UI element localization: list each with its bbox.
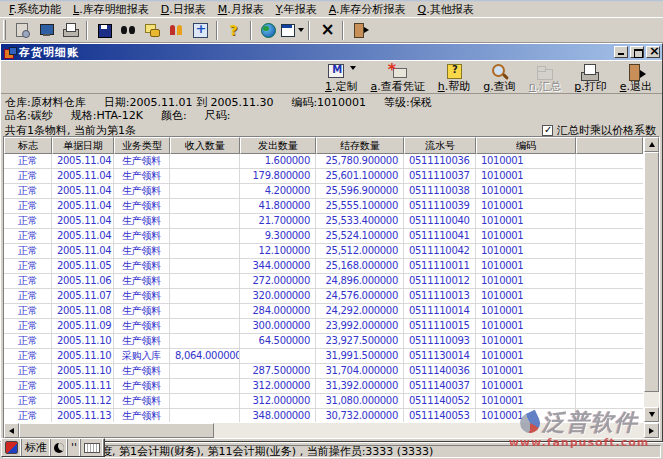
menu-item-F[interactable]: F.系统功能 (3, 2, 67, 17)
info-segment: 等级:保税 (384, 96, 432, 109)
close-button[interactable] (646, 46, 660, 58)
cell: 30,732.000000 (316, 409, 404, 422)
column-header-8[interactable]: 编码 (476, 137, 576, 154)
vertical-scroll-track[interactable] (644, 392, 659, 407)
view-voucher-icon-row (388, 62, 408, 81)
cell: 25,555.100000 (316, 199, 404, 214)
window-button[interactable] (280, 19, 304, 41)
table-row[interactable]: 正常2005.11.06生产领料272.00000024,896.0000000… (4, 274, 643, 289)
record-info: 仓库:原材料仓库日期:2005.11.01 到 2005.11.30编码:101… (1, 94, 662, 136)
exit-button[interactable] (348, 19, 372, 41)
window-titlebar[interactable]: 存货明细账 (1, 44, 662, 60)
view-voucher-button[interactable]: a.查看凭证 (371, 62, 425, 92)
find-button[interactable] (116, 19, 140, 41)
ime-fullhalf-button[interactable] (51, 439, 68, 456)
cell: 0511140037 (404, 379, 476, 394)
save-button[interactable] (92, 19, 116, 41)
column-header-1[interactable]: 标志 (4, 137, 52, 154)
ime-toolbar[interactable]: 标准 '' (1, 438, 105, 457)
computer-button[interactable] (34, 19, 58, 41)
table-header: 标志单据日期业务类型收入数量发出数量结存数量流水号编码 (4, 137, 643, 154)
cell: 正常 (4, 154, 52, 169)
vertical-scrollbar[interactable] (643, 137, 659, 422)
restore-button[interactable] (630, 46, 644, 58)
table-row[interactable]: 正常2005.11.12生产领料312.00000031,080.0000000… (4, 394, 643, 409)
users-button[interactable] (164, 19, 188, 41)
table-row[interactable]: 正常2005.11.04生产领料21.70000025,533.40000005… (4, 214, 643, 229)
customize-button[interactable]: 1.定制 (325, 62, 358, 92)
column-header-4[interactable]: 收入数量 (170, 137, 240, 154)
table-row[interactable]: 正常2005.11.04生产领料12.10000025,512.00000005… (4, 244, 643, 259)
button-key: 1 (325, 80, 332, 93)
ime-logo-button[interactable] (2, 439, 22, 456)
table-row[interactable]: 正常2005.11.04生产领料179.80000025,601.1000000… (4, 169, 643, 184)
cell: 正常 (4, 289, 52, 304)
menu-item-D[interactable]: D.日报表 (155, 2, 212, 17)
menu-item-A[interactable]: A.库存分析报表 (323, 2, 412, 17)
column-header-3[interactable]: 业务类型 (114, 137, 170, 154)
vertical-scroll-thumb[interactable] (644, 152, 659, 392)
minimize-button[interactable] (614, 46, 628, 58)
certificate-button[interactable] (10, 19, 34, 41)
exit-button[interactable]: e.退出 (620, 62, 652, 92)
help-button[interactable]: h.帮助 (438, 62, 470, 92)
table-row[interactable]: 正常2005.11.08生产领料284.00000024,292.0000000… (4, 304, 643, 319)
cell: 生产领料 (114, 274, 170, 289)
globe-button[interactable] (256, 19, 280, 41)
hand-card-button[interactable] (140, 19, 164, 41)
close-icon (318, 22, 335, 38)
cell: 2005.11.10 (52, 349, 114, 364)
menu-label: .库存明细报表 (79, 3, 149, 16)
table-row[interactable]: 正常2005.11.10生产领料64.50000023,927.50000005… (4, 334, 643, 349)
ime-mode-button[interactable]: 标准 (22, 439, 51, 456)
query-button[interactable]: g.查询 (483, 62, 515, 92)
table-row[interactable]: 正常2005.11.05生产领料344.00000025,168.0000000… (4, 259, 643, 274)
horizontal-scroll-track[interactable] (214, 423, 644, 438)
cell: 0511110036 (404, 154, 476, 169)
summarize-icon (535, 63, 555, 81)
print-preview-button[interactable] (58, 19, 82, 41)
help-button[interactable] (222, 19, 246, 41)
scroll-left-button[interactable] (4, 423, 19, 438)
column-header-5[interactable]: 发出数量 (240, 137, 316, 154)
table-row[interactable]: 正常2005.11.04生产领料9.30000025,524.100000051… (4, 229, 643, 244)
table-row[interactable]: 正常2005.11.04生产领料41.80000025,555.10000005… (4, 199, 643, 214)
menu-item-Q[interactable]: Q.其他报表 (412, 2, 480, 17)
menu-item-M[interactable]: M.月报表 (212, 2, 270, 17)
keyboard-icon (84, 443, 100, 453)
button-label: g.查询 (483, 81, 515, 92)
table-row[interactable]: 正常2005.11.11生产领料312.00000031,392.0000000… (4, 379, 643, 394)
table-row[interactable]: 正常2005.11.09生产领料300.00000023,992.0000000… (4, 319, 643, 334)
info-segment: 颜色: (161, 109, 187, 122)
navigate-button[interactable] (188, 19, 212, 41)
horizontal-scrollbar[interactable] (4, 422, 659, 438)
menu-item-Y[interactable]: Y.年报表 (270, 2, 323, 17)
cell: 31,080.000000 (316, 394, 404, 409)
table-row[interactable]: 正常2005.11.13生产领料348.00000030,732.0000000… (4, 409, 643, 422)
computer-icon (38, 22, 55, 38)
close-button[interactable] (314, 19, 338, 41)
scroll-right-button[interactable] (644, 423, 659, 438)
menu-item-L[interactable]: L.库存明细报表 (67, 2, 155, 17)
window-icon (4, 47, 16, 58)
column-header-6[interactable]: 结存数量 (316, 137, 404, 154)
scroll-down-button[interactable] (644, 407, 659, 422)
scroll-up-button[interactable] (644, 137, 659, 152)
table-row[interactable]: 正常2005.11.04生产领料4.20000025,596.900000051… (4, 184, 643, 199)
print-button[interactable]: p.打印 (574, 62, 606, 92)
column-header-2[interactable]: 单据日期 (52, 137, 114, 154)
cell-filler (576, 169, 643, 184)
table-row[interactable]: 正常2005.11.10生产领料287.50000031,704.0000000… (4, 364, 643, 379)
cell: 1010001 (476, 349, 576, 364)
table-main: 标志单据日期业务类型收入数量发出数量结存数量流水号编码 正常2005.11.04… (4, 137, 643, 422)
ime-punctuation-button[interactable]: '' (68, 439, 81, 456)
ime-keyboard-button[interactable] (81, 439, 104, 456)
cell: 生产领料 (114, 184, 170, 199)
column-header-7[interactable]: 流水号 (404, 137, 476, 154)
cell: 生产领料 (114, 244, 170, 259)
table-row[interactable]: 正常2005.11.04生产领料1.60000025,780.900000051… (4, 154, 643, 169)
table-row[interactable]: 正常2005.11.07生产领料320.00000024,576.0000000… (4, 289, 643, 304)
table-row[interactable]: 正常2005.11.10采购入库8,064.00000031,991.50000… (4, 349, 643, 364)
summarize-button[interactable]: n.汇总 (529, 62, 561, 92)
horizontal-scroll-thumb[interactable] (19, 423, 214, 438)
